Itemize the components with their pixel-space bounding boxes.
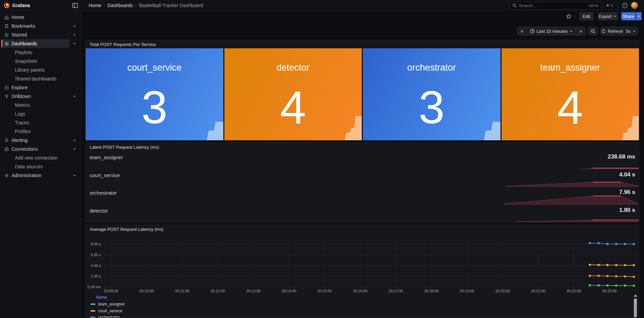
chevron-down-icon bbox=[610, 4, 614, 7]
breadcrumb-item-home[interactable]: Home bbox=[89, 3, 101, 8]
chevron-down-icon[interactable] bbox=[72, 24, 76, 28]
svg-text:4.00 s: 4.00 s bbox=[91, 264, 101, 268]
sidebar-item-drilldown[interactable]: Drilldown bbox=[0, 92, 81, 101]
refresh-interval-picker[interactable]: 5s bbox=[624, 27, 638, 35]
stat-tile-value: 3 bbox=[86, 73, 223, 141]
panel-title[interactable]: Total POST Requests Per Service bbox=[90, 42, 156, 47]
user-avatar[interactable] bbox=[631, 2, 638, 9]
favorite-dashboard-button[interactable] bbox=[564, 12, 573, 20]
top-header: Grafana Home›Dashboards›Basketball-Track… bbox=[0, 0, 644, 11]
sidebar-item-add-new-connection[interactable]: Add new connection bbox=[0, 153, 81, 162]
chevron-down-icon[interactable] bbox=[72, 138, 76, 142]
share-button[interactable]: Share bbox=[621, 12, 636, 20]
stat-tile-court-service: court_service3 bbox=[86, 48, 223, 141]
sidebar-item-bookmarks[interactable]: Bookmarks bbox=[0, 22, 81, 30]
sidebar-item-logs[interactable]: Logs bbox=[0, 109, 81, 118]
latency-sparklines bbox=[86, 143, 639, 222]
star-icon bbox=[4, 32, 9, 38]
sidebar-item-label: Add new connection bbox=[15, 155, 58, 161]
refresh-icon bbox=[601, 29, 606, 33]
export-button[interactable]: Export bbox=[598, 12, 618, 20]
sidebar-item-connections[interactable]: Connections bbox=[0, 145, 81, 153]
sidebar-item-label: Bookmarks bbox=[12, 23, 35, 29]
latency-rows: team_assigner238.68 mscourt_service4.04 … bbox=[86, 152, 639, 222]
svg-text:20:22:00: 20:22:00 bbox=[567, 289, 581, 293]
svg-text:20:19:00: 20:19:00 bbox=[460, 289, 474, 293]
svg-text:20:17:00: 20:17:00 bbox=[388, 289, 403, 293]
header-divider bbox=[617, 3, 618, 8]
sidebar-item-explore[interactable]: Explore bbox=[0, 83, 81, 92]
legend-label[interactable]: court_service bbox=[98, 309, 122, 313]
sidebar-item-dashboards[interactable]: Dashboards bbox=[0, 39, 81, 48]
grafana-logo bbox=[4, 2, 10, 8]
breadcrumb-separator: › bbox=[135, 3, 137, 8]
search-input[interactable] bbox=[519, 3, 586, 8]
drilldown-icon bbox=[4, 94, 9, 99]
home-icon bbox=[4, 15, 9, 20]
search-icon bbox=[512, 3, 517, 8]
legend-row-orchestrator[interactable]: orchestrator bbox=[86, 314, 631, 318]
share-options-button[interactable] bbox=[636, 12, 642, 20]
legend-scroll-up-arrow[interactable] bbox=[634, 294, 637, 297]
chevron-up-icon[interactable] bbox=[72, 94, 76, 98]
legend-header[interactable]: Name bbox=[96, 295, 107, 300]
legend-label[interactable]: team_assigner bbox=[98, 302, 125, 307]
sidebar-item-home[interactable]: Home bbox=[0, 13, 81, 22]
help-button[interactable]: ? bbox=[621, 1, 629, 9]
latency-time-series-chart: 20:09:0020:10:0020:11:0020:12:0020:13:00… bbox=[86, 225, 639, 294]
svg-text:8.00 s: 8.00 s bbox=[91, 242, 101, 246]
time-range-picker[interactable]: Last 15 minutes bbox=[527, 27, 576, 35]
sidebar-item-alerting[interactable]: Alerting bbox=[0, 136, 81, 145]
time-range-label: Last 15 minutes bbox=[537, 29, 568, 34]
legend-row-team-assigner[interactable]: team_assigner bbox=[86, 300, 631, 307]
star-icon bbox=[566, 14, 572, 19]
sidebar-item-label: Profiles bbox=[15, 129, 31, 134]
sidebar-item-administration[interactable]: Administration bbox=[0, 171, 81, 180]
svg-text:20:10:00: 20:10:00 bbox=[139, 289, 154, 293]
toolbar-divider bbox=[575, 14, 576, 19]
search-shortcut: ctrl+k bbox=[589, 3, 598, 8]
help-icon: ? bbox=[622, 3, 628, 8]
time-range-forward-button[interactable]: » bbox=[576, 27, 586, 35]
dashboards-grid-icon bbox=[4, 41, 9, 46]
sidebar-item-shared-dashboards[interactable]: Shared dashboards bbox=[0, 74, 81, 83]
collapse-sidebar-icon[interactable] bbox=[72, 2, 79, 8]
refresh-button[interactable]: Refresh bbox=[600, 27, 624, 35]
add-button[interactable]: + bbox=[605, 1, 615, 9]
search-box[interactable]: ctrl+k bbox=[509, 2, 601, 9]
sidebar-item-profiles[interactable]: Profiles bbox=[0, 127, 81, 136]
panel-title[interactable]: Latest POST Request Latency (ms) bbox=[90, 145, 159, 150]
sidebar-item-playlists[interactable]: Playlists bbox=[0, 48, 81, 57]
edit-button[interactable]: Edit bbox=[579, 12, 594, 20]
legend-row-court-service[interactable]: court_service bbox=[86, 307, 631, 314]
zoom-out-button[interactable] bbox=[588, 27, 598, 35]
chevron-down-icon[interactable] bbox=[72, 173, 76, 177]
sidebar-item-label: Drilldown bbox=[12, 94, 31, 99]
sidebar-item-snapshots[interactable]: Snapshots bbox=[0, 57, 81, 66]
svg-text:20:13:00: 20:13:00 bbox=[246, 289, 261, 293]
time-range-back-button[interactable]: « bbox=[517, 27, 527, 35]
clock-icon bbox=[530, 29, 535, 33]
svg-text:20:21:00: 20:21:00 bbox=[531, 289, 546, 293]
breadcrumb-item-basketball-tracker-dashboard: Basketball-Tracker Dashboard bbox=[139, 3, 203, 8]
breadcrumb-item-dashboards[interactable]: Dashboards bbox=[107, 3, 133, 8]
svg-text:0.00 ms: 0.00 ms bbox=[88, 285, 101, 289]
sidebar-item-data-sources[interactable]: Data sources bbox=[0, 162, 81, 171]
svg-text:?: ? bbox=[624, 4, 625, 7]
breadcrumb-separator: › bbox=[104, 3, 105, 8]
legend-scrollbar-thumb[interactable] bbox=[634, 298, 637, 317]
sidebar-item-library-panels[interactable]: Library panels bbox=[0, 66, 81, 74]
panel-title[interactable]: Average POST Request Latency (ms) bbox=[90, 227, 163, 232]
sidebar-item-metrics[interactable]: Metrics bbox=[0, 101, 81, 109]
chevron-up-icon[interactable] bbox=[72, 147, 76, 151]
panel-total-post-requests: Total POST Requests Per Service court_se… bbox=[85, 40, 639, 141]
legend-swatch bbox=[90, 303, 95, 305]
compass-icon bbox=[4, 85, 9, 90]
stat-tile-value: 4 bbox=[502, 73, 639, 141]
legend-label[interactable]: orchestrator bbox=[98, 315, 120, 318]
sidebar-item-starred[interactable]: Starred bbox=[0, 30, 81, 39]
sidebar-item-traces[interactable]: Traces bbox=[0, 118, 81, 127]
chevron-up-icon[interactable] bbox=[72, 42, 76, 46]
chevron-down-icon[interactable] bbox=[72, 33, 76, 37]
sidebar-nav: HomeBookmarksStarredDashboardsPlaylistsS… bbox=[0, 11, 81, 318]
